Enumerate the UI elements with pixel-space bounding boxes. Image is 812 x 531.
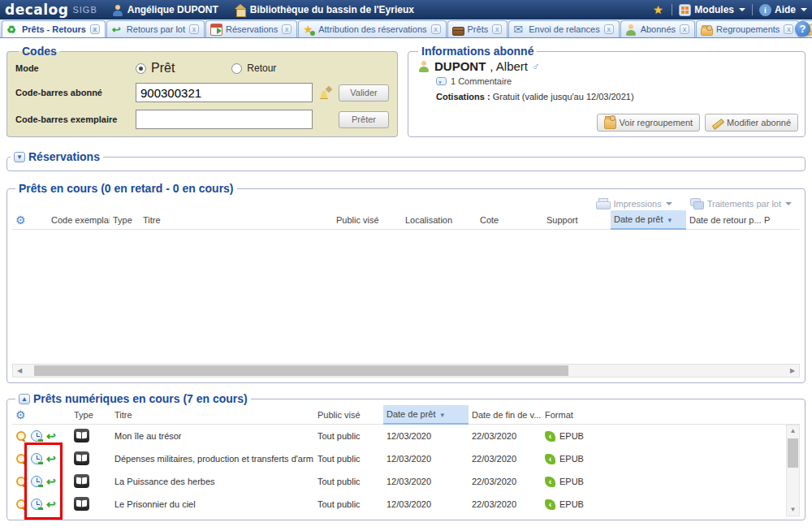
col-titre[interactable]: Titre [140, 215, 333, 225]
loans-table-header: Code exemplaire Type Titre Public visé L… [12, 210, 800, 230]
tab[interactable]: Réservations x [205, 20, 297, 37]
col-type[interactable]: Type [71, 410, 111, 420]
col-date-fin[interactable]: Date de fin de v... [469, 410, 542, 420]
tab-icon [513, 24, 525, 36]
col-type[interactable]: Type [110, 215, 140, 225]
vertical-scrollbar[interactable]: ▲ ▼ [786, 425, 800, 516]
aide-menu[interactable]: Aide [759, 4, 807, 16]
return-arrow-icon[interactable] [46, 430, 58, 442]
scroll-down-icon[interactable]: ▼ [790, 504, 797, 516]
close-icon[interactable]: x [784, 24, 793, 34]
tab-label: Prêts - Retours [22, 24, 86, 34]
column-settings-icon[interactable] [12, 408, 71, 421]
scroll-right-icon[interactable]: ▶ [786, 367, 799, 374]
close-icon[interactable]: x [431, 24, 441, 34]
current-user-name: Angélique DUPONT [127, 4, 218, 15]
scroll-left-icon[interactable]: ◀ [13, 367, 26, 374]
favorites-icon[interactable] [653, 4, 665, 16]
male-gender-icon [532, 60, 540, 72]
user-icon [112, 4, 124, 16]
return-arrow-icon[interactable] [46, 476, 58, 487]
modifier-abonne-button[interactable]: Modifier abonné [705, 114, 798, 132]
prolong-clock-icon[interactable] [31, 453, 42, 464]
view-magnifier-icon[interactable] [15, 476, 27, 487]
mode-pret-radio[interactable] [136, 63, 146, 74]
col-date-pret-sorted[interactable]: Date de prêt [383, 405, 469, 425]
preter-button[interactable]: Prêter [339, 111, 389, 128]
epub-format-icon [545, 454, 555, 464]
traitements-button[interactable]: Traitements par lot [690, 198, 792, 209]
view-magnifier-icon[interactable] [15, 453, 27, 464]
collapse-digital-loans-button[interactable]: ▲ [19, 394, 30, 404]
tab[interactable]: Abonnés x [620, 20, 695, 37]
tab-label: Regroupements [716, 24, 780, 34]
digital-loan-row[interactable]: Dépenses militaires, production et trans… [12, 447, 800, 470]
barcode-user-input[interactable] [136, 83, 313, 102]
digital-loan-row[interactable]: La Puissance des herbes Tout public 12/0… [12, 470, 800, 493]
clear-broom-icon[interactable] [319, 86, 332, 99]
tab[interactable]: Retours par lot x [106, 20, 205, 37]
digital-loan-row[interactable]: Mon île au trésor Tout public 12/03/2020… [12, 425, 800, 447]
col-localisation[interactable]: Localisation [402, 215, 477, 225]
tab-icon [701, 28, 713, 36]
col-titre[interactable]: Titre [111, 410, 314, 420]
tab[interactable]: Prêts x [447, 20, 508, 37]
close-icon[interactable]: x [189, 24, 199, 34]
close-icon[interactable]: x [282, 24, 292, 34]
chevron-down-icon [739, 8, 745, 11]
voir-regroupement-button[interactable]: Voir regroupement [597, 114, 701, 132]
col-public-vise[interactable]: Public visé [314, 410, 383, 420]
loans-legend: Prêts en cours (0 en retard - 0 en cours… [15, 182, 237, 195]
ebook-icon [74, 474, 89, 488]
epub-format-icon [545, 477, 555, 487]
col-date-pret-sorted[interactable]: Date de prêt [611, 210, 686, 230]
impressions-button[interactable]: Impressions [596, 198, 672, 209]
prolong-clock-icon[interactable] [31, 499, 42, 510]
horizontal-scrollbar[interactable]: ◀ ▶ [12, 364, 800, 378]
col-date-retour[interactable]: Date de retour p... [686, 215, 761, 225]
return-arrow-icon[interactable] [46, 453, 58, 464]
epub-format-icon [545, 431, 555, 442]
col-cote[interactable]: Cote [477, 215, 543, 225]
loan-title: Le Prisonnier du ciel [111, 499, 314, 509]
ebook-icon [74, 429, 89, 442]
view-magnifier-icon[interactable] [15, 430, 27, 442]
close-icon[interactable]: x [492, 24, 502, 34]
tab[interactable]: Prêts - Retours x [2, 20, 106, 37]
current-user[interactable]: Angélique DUPONT [112, 4, 218, 16]
tab-label: Envoi de relances [529, 24, 599, 34]
reservations-legend: Réservations [28, 150, 100, 163]
col-p-truncated[interactable]: P [761, 215, 777, 225]
close-icon[interactable]: x [90, 24, 100, 34]
help-button[interactable]: ? [795, 21, 810, 37]
scrollbar-thumb[interactable] [34, 365, 568, 376]
expand-reservations-button[interactable]: ▼ [14, 152, 25, 162]
current-library[interactable]: Bibliothèque du bassin de l'Eyrieux [235, 4, 414, 16]
digital-loan-row[interactable]: Le Prisonnier du ciel Tout public 12/03/… [12, 493, 800, 516]
close-icon[interactable]: x [680, 24, 689, 34]
view-magnifier-icon[interactable] [15, 499, 27, 510]
loan-format: EPUB [559, 477, 584, 486]
ebook-icon [74, 497, 89, 511]
scroll-up-icon[interactable]: ▲ [790, 425, 797, 437]
tab-icon [303, 24, 315, 36]
valider-button[interactable]: Valider [339, 84, 389, 101]
comment-count[interactable]: 1 Commentaire [451, 76, 512, 86]
loan-format: EPUB [559, 431, 584, 441]
prolong-clock-icon[interactable] [31, 476, 42, 487]
col-format[interactable]: Format [542, 410, 623, 420]
scrollbar-thumb[interactable] [788, 438, 798, 468]
return-arrow-icon[interactable] [46, 499, 58, 510]
prolong-clock-icon[interactable] [31, 430, 42, 442]
column-settings-icon[interactable] [12, 214, 48, 227]
col-support[interactable]: Support [543, 215, 611, 225]
tab[interactable]: Regroupements x [696, 20, 799, 37]
mode-retour-radio[interactable] [231, 63, 242, 74]
modules-menu[interactable]: Modules [679, 4, 745, 16]
tab[interactable]: Attribution des réservations x [298, 20, 446, 37]
tab[interactable]: Envoi de relances x [508, 20, 619, 37]
col-public-vise[interactable]: Public visé [333, 215, 402, 225]
close-icon[interactable]: x [604, 24, 614, 34]
col-code-exemplaire[interactable]: Code exemplaire [48, 215, 110, 225]
barcode-item-input[interactable] [136, 110, 313, 129]
